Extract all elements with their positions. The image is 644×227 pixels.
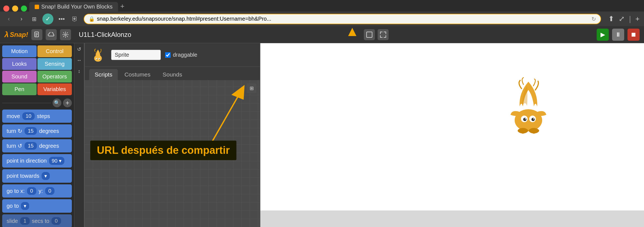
address-bar[interactable]: 🔒 snap.berkeley.edu/snapsource/snap.html… xyxy=(84,14,601,24)
file-button[interactable] xyxy=(31,29,42,40)
turn-left-value[interactable]: 15 xyxy=(24,142,37,150)
fullscreen-button[interactable]: ⤢ xyxy=(619,15,625,23)
point-towards-block[interactable]: point towards ▾ xyxy=(2,169,72,183)
svg-point-12 xyxy=(99,59,100,59)
svg-rect-7 xyxy=(368,33,371,36)
category-sound[interactable]: Sound xyxy=(2,71,37,83)
svg-point-29 xyxy=(536,129,539,132)
grid-view-button[interactable]: ⊞ xyxy=(247,83,256,93)
add-block-button[interactable]: + xyxy=(63,99,72,107)
category-sensing[interactable]: Sensing xyxy=(37,58,72,70)
green-flag-button[interactable]: ▶ xyxy=(597,29,609,41)
svg-marker-5 xyxy=(348,28,356,36)
flip-tool[interactable]: ↔ xyxy=(75,56,83,64)
svg-point-4 xyxy=(65,34,66,35)
category-operators[interactable]: Operators xyxy=(37,71,72,83)
snap-logo-text: Snap! xyxy=(10,31,28,39)
annotation-label: URL después de compartir xyxy=(90,141,236,160)
sprite-info: draggable xyxy=(85,43,260,67)
go-to-dropdown[interactable]: ▾ xyxy=(21,202,29,210)
move-steps-label: steps xyxy=(37,113,50,119)
canvas-toolbar: ⊞ xyxy=(247,83,256,93)
tab-costumes[interactable]: Costumes xyxy=(119,69,156,80)
browser-toolbar: ‹ › ⊞ ✓ ••• ⛨ 🔒 snap.berkeley.edu/snapso… xyxy=(0,12,644,26)
turn-right-block[interactable]: turn ↻ 15 degrees xyxy=(2,124,72,138)
tab-sounds[interactable]: Sounds xyxy=(157,69,188,80)
lock-icon: 🔒 xyxy=(89,16,95,22)
move-block[interactable]: move 10 steps xyxy=(2,110,72,123)
slide-block[interactable]: slide 1 secs to 0 xyxy=(2,214,72,227)
nav-forward-button[interactable]: › xyxy=(17,15,26,23)
draggable-checkbox[interactable] xyxy=(165,52,171,58)
sprite-name-input[interactable] xyxy=(111,50,161,60)
go-to-x-value[interactable]: 0 xyxy=(27,187,37,195)
turn-left-block[interactable]: turn ↺ 15 degrees xyxy=(2,139,72,152)
point-towards-dropdown[interactable]: ▾ xyxy=(42,172,50,180)
turn-right-label: turn ↻ xyxy=(7,128,22,134)
snap-application: λ Snap! U1L1-ClickAlonzo xyxy=(0,26,644,227)
category-looks[interactable]: Looks xyxy=(2,58,37,70)
turn-right-value[interactable]: 15 xyxy=(24,127,37,135)
rotate-tool[interactable]: ↺ xyxy=(75,45,83,53)
scripts-canvas[interactable]: ⊞ URL después de compartir xyxy=(85,80,260,227)
point-direction-label: point in direction xyxy=(7,158,47,164)
file-icon xyxy=(34,32,40,38)
snap-header: λ Snap! U1L1-ClickAlonzo xyxy=(0,26,644,43)
search-button[interactable]: 🔍 xyxy=(53,99,61,107)
nav-back-button[interactable]: ‹ xyxy=(4,15,13,23)
maximize-button[interactable] xyxy=(21,6,27,12)
move-label: move xyxy=(7,113,20,119)
settings-button[interactable] xyxy=(60,29,71,40)
tab-scripts[interactable]: Scripts xyxy=(89,69,118,80)
fullscreen-stage-button[interactable] xyxy=(378,29,389,40)
extensions-button[interactable]: + xyxy=(635,15,640,23)
alonzo-on-stage xyxy=(501,76,556,137)
stage-canvas[interactable] xyxy=(260,43,644,210)
project-title: U1L1-ClickAlonzo xyxy=(74,31,136,39)
slide-to-value[interactable]: 0 xyxy=(51,217,61,225)
categories-grid: Motion Control Looks Sensing Sound Opera… xyxy=(0,43,74,97)
draggable-checkbox-row: draggable xyxy=(165,52,197,58)
shield-icon: ⛨ xyxy=(70,14,80,24)
svg-point-18 xyxy=(523,118,526,121)
category-motion[interactable]: Motion xyxy=(2,45,37,57)
header-right-buttons xyxy=(364,29,389,40)
minimize-button[interactable] xyxy=(12,6,18,12)
slide-value[interactable]: 1 xyxy=(20,217,30,225)
cloud-button[interactable] xyxy=(46,29,57,40)
stop-button[interactable]: ⏹ xyxy=(627,29,640,41)
stage-small-button[interactable] xyxy=(364,29,375,40)
alonzo-sprite-icon xyxy=(90,47,106,63)
stage-bottom-bar xyxy=(260,210,644,227)
share-button[interactable]: ⬆ xyxy=(608,15,614,23)
slide-label: slide xyxy=(7,218,18,224)
sidebar-toggle-button[interactable]: ⊞ xyxy=(30,15,39,23)
alonzo-stage-sprite xyxy=(501,76,556,137)
move-steps-value[interactable]: 10 xyxy=(22,112,35,120)
browser-tab[interactable]: Snap! Build Your Own Blocks xyxy=(29,2,118,12)
page-check-icon: ✓ xyxy=(42,13,53,24)
side-tools-strip: ↺ ↔ ↕ xyxy=(74,43,84,227)
svg-point-25 xyxy=(522,131,524,134)
go-to-label: go to xyxy=(7,203,19,209)
snap-logo: λ Snap! xyxy=(4,30,28,39)
go-to-block[interactable]: go to ▾ xyxy=(2,199,72,213)
go-to-y-value[interactable]: 0 xyxy=(45,187,55,195)
close-button[interactable] xyxy=(3,6,9,12)
window-controls xyxy=(3,6,27,12)
svg-line-13 xyxy=(211,87,243,144)
go-to-xy-block[interactable]: go to x: 0 y: 0 xyxy=(2,184,72,198)
point-direction-block[interactable]: point in direction 90 ▾ xyxy=(2,154,72,168)
slide-suffix: secs to xyxy=(32,218,49,224)
category-pen[interactable]: Pen xyxy=(2,83,37,95)
category-control[interactable]: Control xyxy=(37,45,72,57)
new-tab-button[interactable]: + xyxy=(120,2,124,10)
category-variables[interactable]: Variables xyxy=(37,83,72,95)
svg-point-24 xyxy=(518,129,520,132)
more-button[interactable]: ••• xyxy=(57,15,66,23)
pause-button[interactable]: ⏸ xyxy=(612,29,624,41)
point-direction-value[interactable]: 90 ▾ xyxy=(49,157,64,165)
refresh-icon[interactable]: ↻ xyxy=(591,16,596,22)
move-tool[interactable]: ↕ xyxy=(75,67,83,75)
svg-point-21 xyxy=(533,118,534,119)
